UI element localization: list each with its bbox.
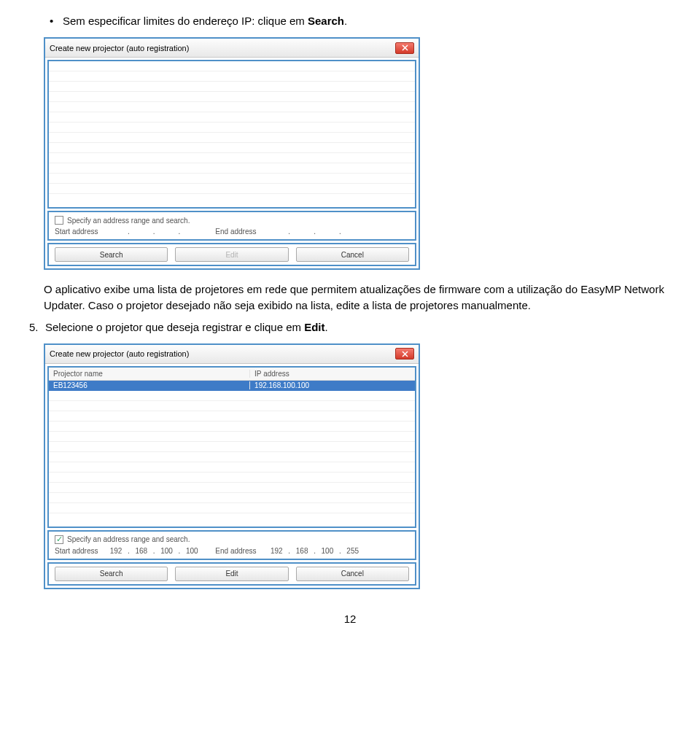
range-checkbox-line[interactable]: Specify an address range and search. bbox=[55, 535, 409, 544]
cancel-button[interactable]: Cancel bbox=[296, 247, 409, 262]
dialog-titlebar: Create new projector (auto registration) bbox=[45, 345, 419, 364]
description-paragraph: O aplicativo exibe uma lista de projetor… bbox=[44, 281, 671, 314]
dialog-create-projector-2: Create new projector (auto registration)… bbox=[44, 343, 420, 589]
close-icon bbox=[402, 44, 408, 51]
range-checkbox-label: Specify an address range and search. bbox=[67, 535, 190, 543]
range-checkbox[interactable] bbox=[55, 216, 63, 225]
start-label: Start address bbox=[55, 547, 106, 555]
bullet-text-post: . bbox=[344, 15, 347, 27]
end-address-field[interactable]: ... bbox=[266, 228, 362, 236]
address-range-panel: Specify an address range and search. Sta… bbox=[47, 211, 416, 241]
projector-list bbox=[47, 60, 416, 209]
range-checkbox-label: Specify an address range and search. bbox=[67, 217, 190, 225]
range-checkbox-line[interactable]: Specify an address range and search. bbox=[55, 216, 409, 225]
cell-ip-address: 192.168.100.100 bbox=[250, 381, 415, 389]
button-panel: Search Edit Cancel bbox=[47, 562, 416, 586]
bullet-text-pre: Sem especificar limites do endereço IP: … bbox=[63, 15, 308, 27]
bullet-text-bold: Search bbox=[308, 15, 344, 27]
dialog-title: Create new projector (auto registration) bbox=[50, 349, 189, 358]
cancel-button[interactable]: Cancel bbox=[296, 567, 409, 581]
start-address-field[interactable]: ... bbox=[106, 228, 202, 236]
projector-list-body: EB123456 192.168.100.100 bbox=[49, 381, 415, 527]
bullet-item: Sem especificar limites do endereço IP: … bbox=[50, 15, 671, 27]
range-checkbox[interactable] bbox=[55, 535, 63, 544]
close-button[interactable] bbox=[395, 42, 414, 54]
close-button[interactable] bbox=[395, 348, 414, 360]
address-inputs-line: Start address ... End address ... bbox=[55, 228, 409, 236]
edit-button[interactable]: Edit bbox=[175, 567, 288, 581]
step-5: 5. Selecione o projetor que deseja regis… bbox=[29, 321, 671, 333]
col-ip-address: IP address bbox=[250, 370, 415, 378]
start-address-field[interactable]: 192. 168. 100. 100 bbox=[106, 547, 202, 555]
start-label: Start address bbox=[55, 228, 106, 236]
step-text: Selecione o projetor que deseja registra… bbox=[45, 321, 671, 333]
edit-button[interactable]: Edit bbox=[175, 247, 288, 262]
dialog-titlebar: Create new projector (auto registration) bbox=[45, 39, 419, 58]
projector-list-body bbox=[49, 61, 415, 207]
search-button[interactable]: Search bbox=[55, 567, 168, 581]
list-header: Projector name IP address bbox=[49, 368, 415, 381]
address-range-panel: Specify an address range and search. Sta… bbox=[47, 530, 416, 560]
cell-projector-name: EB123456 bbox=[49, 381, 250, 389]
table-row[interactable]: EB123456 192.168.100.100 bbox=[49, 381, 415, 391]
page-number: 12 bbox=[29, 613, 671, 625]
end-label: End address bbox=[215, 228, 266, 236]
step-number: 5. bbox=[29, 321, 45, 333]
end-address-field[interactable]: 192. 168. 100. 255 bbox=[266, 547, 362, 555]
dialog-create-projector-1: Create new projector (auto registration)… bbox=[44, 37, 420, 270]
close-icon bbox=[402, 351, 408, 357]
dialog-title: Create new projector (auto registration) bbox=[50, 44, 189, 53]
end-label: End address bbox=[215, 547, 266, 555]
projector-list: Projector name IP address EB123456 192.1… bbox=[47, 366, 416, 528]
button-panel: Search Edit Cancel bbox=[47, 243, 416, 266]
search-button[interactable]: Search bbox=[55, 247, 168, 262]
col-projector-name: Projector name bbox=[49, 370, 250, 378]
address-inputs-line: Start address 192. 168. 100. 100 End add… bbox=[55, 547, 409, 555]
